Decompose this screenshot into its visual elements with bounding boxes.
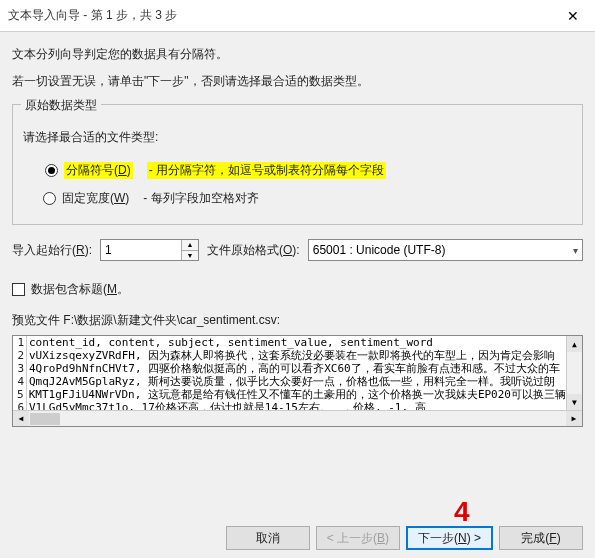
radio-icon bbox=[45, 164, 58, 177]
scroll-down-icon[interactable]: ▼ bbox=[567, 394, 582, 410]
intro-text-2: 若一切设置无误，请单击"下一步"，否则请选择最合适的数据类型。 bbox=[12, 73, 583, 90]
startrow-input[interactable] bbox=[101, 240, 181, 260]
checkbox-icon bbox=[12, 283, 25, 296]
scroll-thumb[interactable] bbox=[30, 413, 60, 425]
radio-fixed-desc: - 每列字段加空格对齐 bbox=[143, 190, 258, 207]
close-icon: ✕ bbox=[567, 8, 579, 24]
radio-fixed-width[interactable]: 固定宽度(W) - 每列字段加空格对齐 bbox=[43, 188, 572, 208]
radio-delimited-label: 分隔符号(D) bbox=[64, 162, 133, 179]
group-original-type: 原始数据类型 请选择最合适的文件类型: 分隔符号(D) - 用分隔字符，如逗号或… bbox=[12, 104, 583, 225]
group-prompt: 请选择最合适的文件类型: bbox=[23, 129, 572, 146]
dialog-body: 文本分列向导判定您的数据具有分隔符。 若一切设置无误，请单击"下一步"，否则请选… bbox=[0, 32, 595, 427]
preview-box: 1content_id, content, subject, sentiment… bbox=[12, 335, 583, 427]
back-button: < 上一步(B) bbox=[316, 526, 400, 550]
preview-line: 5KMT1gFJiU4NWrVDn, 这玩意都是给有钱任性又不懂车的土豪用的，这… bbox=[13, 388, 566, 401]
radio-delimited-desc: - 用分隔字符，如逗号或制表符分隔每个字段 bbox=[147, 162, 386, 179]
encoding-value: 65001 : Unicode (UTF-8) bbox=[313, 243, 446, 257]
preview-content: 1content_id, content, subject, sentiment… bbox=[13, 336, 566, 410]
button-bar: 取消 < 上一步(B) 下一步(N) > 完成(F) bbox=[226, 526, 583, 550]
row-start-encoding: 导入起始行(R): ▲ ▼ 文件原始格式(O): 65001 : Unicode… bbox=[12, 239, 583, 261]
header-checkbox-row[interactable]: 数据包含标题(M。 bbox=[12, 281, 583, 298]
preview-line: 1content_id, content, subject, sentiment… bbox=[13, 336, 566, 349]
preview-line: 34QroPd9hNfnCHVt7, 四驱价格貌似挺高的，高的可以看齐XC60了… bbox=[13, 362, 566, 375]
next-button[interactable]: 下一步(N) > bbox=[406, 526, 493, 550]
preview-line: 6V1LGd5yMmc37t1o, 17价格还高，估计也就是14-15左右。 ，… bbox=[13, 401, 566, 410]
finish-button[interactable]: 完成(F) bbox=[499, 526, 583, 550]
scroll-left-icon[interactable]: ◀ bbox=[13, 411, 29, 427]
scroll-up-icon[interactable]: ▲ bbox=[567, 336, 582, 352]
radio-fixed-label: 固定宽度(W) bbox=[62, 190, 129, 207]
scroll-right-icon[interactable]: ▶ bbox=[566, 411, 582, 427]
close-button[interactable]: ✕ bbox=[550, 0, 595, 32]
startrow-spinner[interactable]: ▲ ▼ bbox=[100, 239, 199, 261]
preview-line: 4QmqJ2AvM5GplaRyz, 斯柯达要说质量，似乎比大众要好一点，价格也… bbox=[13, 375, 566, 388]
window-title: 文本导入向导 - 第 1 步，共 3 步 bbox=[8, 7, 550, 24]
chevron-down-icon: ▾ bbox=[573, 245, 578, 256]
preview-line: 2vUXizsqexyZVRdFH, 因为森林人即将换代，这套系统没必要装在一款… bbox=[13, 349, 566, 362]
spinner-down-icon[interactable]: ▼ bbox=[182, 251, 198, 261]
annotation-handwritten: 4 bbox=[454, 496, 470, 528]
radio-delimited[interactable]: 分隔符号(D) - 用分隔字符，如逗号或制表符分隔每个字段 bbox=[43, 160, 388, 180]
radio-icon bbox=[43, 192, 56, 205]
group-legend: 原始数据类型 bbox=[21, 97, 101, 114]
title-bar: 文本导入向导 - 第 1 步，共 3 步 ✕ bbox=[0, 0, 595, 32]
spinner-up-icon[interactable]: ▲ bbox=[182, 240, 198, 251]
preview-label: 预览文件 F:\数据源\新建文件夹\car_sentiment.csv: bbox=[12, 312, 583, 329]
vertical-scrollbar[interactable]: ▲ ▼ bbox=[566, 336, 582, 410]
encoding-label: 文件原始格式(O): bbox=[207, 242, 300, 259]
horizontal-scrollbar[interactable]: ◀ ▶ bbox=[13, 410, 582, 426]
cancel-button[interactable]: 取消 bbox=[226, 526, 310, 550]
spinner-buttons: ▲ ▼ bbox=[181, 240, 198, 260]
encoding-select[interactable]: 65001 : Unicode (UTF-8) ▾ bbox=[308, 239, 583, 261]
header-checkbox-label: 数据包含标题(M。 bbox=[31, 281, 129, 298]
intro-text-1: 文本分列向导判定您的数据具有分隔符。 bbox=[12, 46, 583, 63]
startrow-label: 导入起始行(R): bbox=[12, 242, 92, 259]
